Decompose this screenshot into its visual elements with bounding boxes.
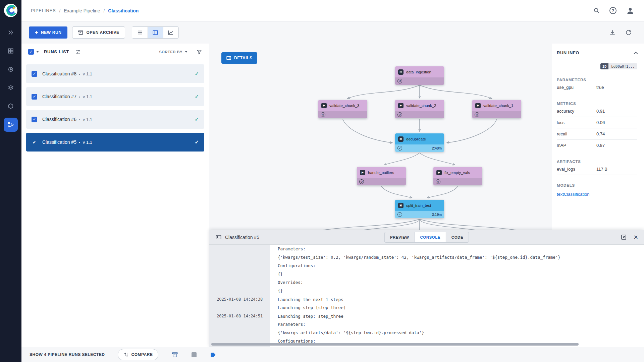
- sidebar-item-pipelines-icon[interactable]: [4, 118, 18, 132]
- run-list-item[interactable]: ✓ Classification #6 v 1.1 ✓: [26, 110, 204, 129]
- model-link[interactable]: textClassification: [557, 192, 637, 197]
- run-name: Classification #5: [42, 139, 76, 145]
- sorted-by-dropdown[interactable]: SORTED BY: [159, 50, 187, 54]
- chart-view-icon[interactable]: [163, 27, 178, 38]
- cached-status-icon: ↺: [397, 79, 402, 83]
- sidebar-item-launch-icon[interactable]: [4, 25, 18, 40]
- step-type-icon: ▶: [360, 170, 365, 175]
- console-line: Launching step [step_three]: [209, 303, 644, 312]
- run-version: v 1.1: [79, 140, 92, 145]
- cached-status-icon: ↺: [321, 112, 325, 117]
- pipeline-node-data-ingestion[interactable]: ▤data_ingestion ↺: [395, 66, 444, 85]
- run-info-title: RUN INFO: [557, 50, 579, 55]
- horizontal-scrollbar[interactable]: [211, 343, 579, 346]
- tab-code[interactable]: CODE: [446, 232, 469, 242]
- tab-console[interactable]: CONSOLE: [414, 232, 445, 242]
- app-sidebar: [0, 0, 21, 362]
- console-line: {'kwargs_artifacts/data': '${step_two.id…: [209, 328, 644, 337]
- tab-preview[interactable]: PREVIEW: [385, 232, 415, 242]
- select-all-checkbox[interactable]: ✓: [28, 49, 34, 55]
- run-checkbox[interactable]: ✓: [32, 94, 37, 100]
- console-panel-header: Classification #5 PREVIEW CONSOLE CODE ×: [209, 230, 644, 245]
- list-settings-icon[interactable]: [75, 49, 81, 55]
- step-type-icon: ▶: [398, 103, 404, 108]
- help-icon[interactable]: ?: [609, 7, 616, 14]
- run-completed-check-icon: ✓: [195, 71, 199, 77]
- metric-row: loss 0.06: [557, 117, 637, 128]
- breadcrumb-pipelines[interactable]: PIPELINES: [31, 8, 56, 13]
- run-version: v 1.1: [79, 71, 92, 76]
- console-line: Parameters:: [209, 245, 644, 253]
- close-panel-icon[interactable]: ×: [634, 234, 638, 241]
- abort-selected-icon[interactable]: [192, 352, 197, 357]
- metric-row: mAP 0.87: [557, 140, 637, 151]
- console-line: Configurations:: [209, 261, 644, 270]
- step-type-icon: ▣: [398, 203, 404, 208]
- step-type-icon: ▤: [398, 69, 404, 75]
- run-list-item-selected[interactable]: ✓ Classification #5 v 1.1 ✓: [26, 133, 204, 152]
- pipeline-node-validate-chunk-3[interactable]: ▶validate_chunk_3 ↺: [318, 100, 367, 118]
- pipeline-node-split-train-test[interactable]: ▣split_train_test ✓3:19m: [395, 200, 444, 218]
- cached-status-icon: ↺: [475, 112, 479, 117]
- run-selected-check-icon[interactable]: ✓: [32, 139, 37, 145]
- run-detail-bottom-panel: Classification #5 PREVIEW CONSOLE CODE ×…: [209, 230, 644, 347]
- pipeline-edges: [209, 44, 552, 230]
- run-info-panel: RUN INFO ID bd00a0f1... PARAMETERS use_g…: [552, 44, 644, 230]
- step-type-icon: ▶: [321, 103, 327, 108]
- run-list-item[interactable]: ✓ Classification #7 v 1.1 ✓: [26, 87, 204, 106]
- archive-selected-icon[interactable]: [172, 352, 178, 358]
- split-view-icon[interactable]: [148, 27, 163, 38]
- cached-status-icon: ↺: [397, 112, 402, 117]
- new-run-button[interactable]: + NEW RUN: [29, 26, 67, 39]
- filter-icon[interactable]: [196, 49, 202, 55]
- sidebar-item-models-icon[interactable]: [4, 99, 18, 113]
- user-avatar[interactable]: [626, 6, 635, 15]
- pipeline-node-validate-chunk-1[interactable]: ▶validate_chunk_1 ↺: [472, 100, 521, 118]
- metric-row: recall 0.74: [557, 128, 637, 140]
- completed-check-icon: ✓: [397, 212, 402, 217]
- step-duration: 2:48m: [432, 146, 442, 150]
- chevron-down-icon: [185, 51, 187, 53]
- breadcrumb-project[interactable]: Example Pipeline: [64, 8, 100, 13]
- table-view-icon[interactable]: [132, 27, 148, 38]
- run-checkbox[interactable]: ✓: [32, 71, 37, 77]
- pipeline-toolbar: + NEW RUN OPEN ARCHIVE: [21, 21, 644, 44]
- sidebar-item-workers-icon[interactable]: [4, 62, 18, 76]
- pipeline-node-handle-outliers[interactable]: ▶handle_outliers ↺: [357, 167, 406, 185]
- section-title-models: MODELS: [557, 183, 637, 187]
- pipeline-node-deduplicate[interactable]: ▦deduplicate ✓2:48m: [395, 133, 444, 152]
- run-list-item[interactable]: ✓ Classification #8 v 1.1 ✓: [26, 64, 204, 83]
- details-button[interactable]: DETAILS: [221, 52, 257, 64]
- run-checkbox[interactable]: ✓: [32, 117, 37, 122]
- cached-status-icon: ↺: [359, 179, 364, 184]
- sidebar-item-datasets-icon[interactable]: [4, 81, 18, 95]
- expand-panel-icon[interactable]: [621, 234, 627, 240]
- auto-refresh-icon[interactable]: [625, 29, 632, 36]
- breadcrumb-separator: /: [59, 8, 60, 13]
- run-id-badge[interactable]: ID bd00a0f1...: [600, 63, 637, 69]
- search-icon[interactable]: [593, 7, 600, 14]
- breadcrumb-separator: /: [103, 8, 105, 13]
- compare-button[interactable]: COMPARE: [118, 349, 159, 360]
- pipeline-node-fix-empty-vals[interactable]: ▶fix_empty_vals ↺: [433, 167, 482, 185]
- compare-icon: [123, 352, 129, 357]
- breadcrumb: PIPELINES / Example Pipeline / Classific…: [31, 8, 139, 13]
- pipeline-graph-canvas[interactable]: DETAILS ▤data_ingestion ↺ ▶validate_chun…: [209, 44, 552, 230]
- sidebar-item-projects-icon[interactable]: [4, 44, 18, 58]
- plus-icon: +: [35, 30, 38, 35]
- view-toggle-group: [132, 26, 179, 39]
- pipeline-node-validate-chunk-2[interactable]: ▶validate_chunk_2 ↺: [395, 100, 444, 118]
- metric-row: accuracy 0.91: [557, 106, 637, 117]
- artifact-row: eval_logs 117 B: [557, 164, 637, 175]
- download-icon[interactable]: [609, 29, 616, 36]
- run-completed-check-icon: ✓: [195, 139, 199, 145]
- run-completed-check-icon: ✓: [195, 116, 199, 122]
- top-header: PIPELINES / Example Pipeline / Classific…: [21, 0, 644, 21]
- select-all-chevron-down-icon[interactable]: [36, 51, 39, 53]
- tag-selected-icon[interactable]: [210, 352, 216, 358]
- collapse-chevron-up-icon[interactable]: [634, 52, 638, 56]
- console-line: Parameters:: [209, 320, 644, 328]
- details-icon: [226, 55, 231, 61]
- clearml-logo[interactable]: [4, 3, 18, 17]
- open-archive-button[interactable]: OPEN ARCHIVE: [72, 26, 125, 39]
